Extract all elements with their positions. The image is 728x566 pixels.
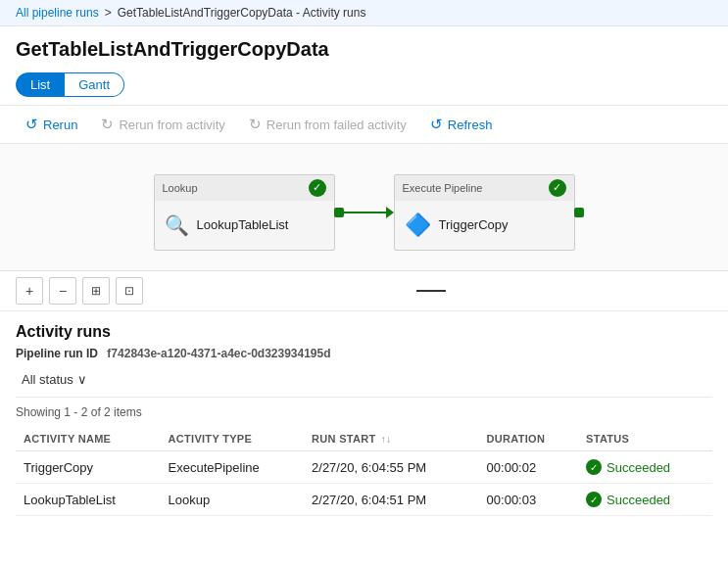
filter-label: All status: [22, 372, 73, 387]
rerun-from-activity-button[interactable]: ↻ Rerun from activity: [91, 112, 234, 137]
zoom-fit-button[interactable]: ⊞: [82, 277, 110, 305]
node-body-execute: 🔷 TriggerCopy: [395, 201, 574, 250]
node-type-lookup: Lookup: [163, 182, 198, 194]
pipeline-arrow: [335, 207, 394, 218]
zoom-out-icon: −: [59, 283, 67, 299]
status-succeeded-badge-0: ✓ Succeeded: [586, 459, 704, 475]
node-type-execute: Execute Pipeline: [403, 182, 483, 194]
rerun-icon: ↺: [25, 116, 38, 133]
filter-row: All status ∨: [16, 370, 712, 398]
check-icon-execute: ✓: [553, 181, 561, 194]
pipeline-node-execute[interactable]: Execute Pipeline ✓ 🔷 TriggerCopy: [394, 174, 575, 251]
node-body-lookup: 🔍 LookupTableList: [155, 201, 334, 250]
cell-duration-1: 00:00:03: [479, 484, 578, 516]
status-icon-0: ✓: [586, 459, 602, 475]
table-row: LookupTableList Lookup 2/27/20, 6:04:51 …: [16, 484, 712, 516]
connector-right-execute: [574, 208, 584, 217]
connector-right-lookup: [334, 208, 344, 217]
check-icon-lookup: ✓: [313, 181, 321, 194]
fit-screen-button[interactable]: ⊡: [116, 277, 143, 305]
fit-screen-icon: ⊡: [124, 284, 134, 298]
canvas-nodes: Lookup ✓ 🔍 LookupTableList Execute Pipel…: [20, 164, 708, 260]
refresh-button[interactable]: ↺ Refresh: [420, 112, 503, 137]
divider-line: [416, 290, 446, 292]
zoom-fit-icon: ⊞: [91, 284, 101, 298]
canvas-divider: [149, 290, 712, 292]
pipeline-run-id-value: f742843e-a120-4371-a4ec-0d323934195d: [107, 347, 330, 360]
cell-activity-type-0: ExecutePipeline: [161, 451, 305, 484]
table-header-row: ACTIVITY NAME ACTIVITY TYPE RUN START ↑↓…: [16, 427, 712, 451]
status-icon-1: ✓: [586, 492, 602, 507]
tab-list[interactable]: List: [16, 72, 65, 97]
rerun-from-activity-icon: ↻: [101, 116, 114, 133]
tab-gantt[interactable]: Gantt: [65, 72, 124, 97]
cell-activity-name-1: LookupTableList: [16, 484, 161, 516]
breadcrumb: All pipeline runs > GetTableListAndTrigg…: [0, 0, 728, 26]
arrow-head: [386, 207, 394, 218]
rerun-from-failed-label: Rerun from failed activity: [267, 118, 407, 132]
tab-group: List Gantt: [0, 69, 728, 105]
activity-runs-section: Activity runs Pipeline run ID f742843e-a…: [0, 311, 728, 516]
rerun-button[interactable]: ↺ Rerun: [16, 112, 87, 137]
rerun-label: Rerun: [43, 118, 77, 132]
status-succeeded-badge-1: ✓ Succeeded: [586, 492, 704, 507]
table-body: TriggerCopy ExecutePipeline 2/27/20, 6:0…: [16, 451, 712, 516]
refresh-icon: ↺: [430, 116, 443, 133]
breadcrumb-separator: >: [105, 6, 112, 20]
execute-activity-icon: 🔷: [405, 212, 431, 238]
breadcrumb-link[interactable]: All pipeline runs: [16, 6, 99, 20]
rerun-from-failed-button[interactable]: ↻ Rerun from failed activity: [239, 112, 416, 137]
rerun-from-activity-label: Rerun from activity: [119, 118, 224, 132]
cell-duration-0: 00:00:02: [479, 451, 578, 484]
node-header-lookup: Lookup ✓: [155, 175, 334, 201]
cell-status-1: ✓ Succeeded: [578, 484, 712, 516]
activity-runs-title: Activity runs: [16, 323, 712, 341]
canvas-controls: + − ⊞ ⊡: [0, 271, 728, 311]
node-success-execute: ✓: [549, 179, 566, 197]
pipeline-node-lookup[interactable]: Lookup ✓ 🔍 LookupTableList: [154, 174, 335, 251]
cell-run-start-1: 2/27/20, 6:04:51 PM: [304, 484, 479, 516]
refresh-label: Refresh: [448, 118, 493, 132]
node-success-lookup: ✓: [309, 179, 326, 197]
cell-status-0: ✓ Succeeded: [578, 451, 712, 484]
pipeline-run-id-row: Pipeline run ID f742843e-a120-4371-a4ec-…: [16, 347, 712, 360]
cell-activity-name-0: TriggerCopy: [16, 451, 161, 484]
cell-run-start-0: 2/27/20, 6:04:55 PM: [304, 451, 479, 484]
node-header-execute: Execute Pipeline ✓: [395, 175, 574, 201]
breadcrumb-current: GetTableListAndTriggerCopyData - Activit…: [118, 6, 366, 20]
col-header-status: STATUS: [578, 427, 712, 451]
zoom-in-button[interactable]: +: [16, 277, 43, 305]
status-text-0: Succeeded: [607, 460, 670, 475]
node-name-execute: TriggerCopy: [439, 217, 509, 232]
activity-runs-table: ACTIVITY NAME ACTIVITY TYPE RUN START ↑↓…: [16, 427, 712, 516]
pipeline-canvas: Lookup ✓ 🔍 LookupTableList Execute Pipel…: [0, 144, 728, 271]
col-header-activity-name: ACTIVITY NAME: [16, 427, 161, 451]
zoom-in-icon: +: [25, 283, 33, 299]
toolbar: ↺ Rerun ↻ Rerun from activity ↻ Rerun fr…: [0, 105, 728, 144]
col-header-run-start: RUN START ↑↓: [304, 427, 479, 451]
chevron-down-icon: ∨: [77, 372, 87, 387]
status-text-1: Succeeded: [607, 493, 670, 507]
rerun-from-failed-icon: ↻: [249, 116, 262, 133]
col-header-activity-type: ACTIVITY TYPE: [161, 427, 305, 451]
showing-text: Showing 1 - 2 of 2 items: [16, 401, 712, 427]
sort-icon-run-start[interactable]: ↑↓: [381, 434, 392, 445]
cell-activity-type-1: Lookup: [161, 484, 305, 516]
table-row: TriggerCopy ExecutePipeline 2/27/20, 6:0…: [16, 451, 712, 484]
page-title: GetTableListAndTriggerCopyData: [0, 26, 728, 69]
lookup-activity-icon: 🔍: [165, 213, 189, 237]
pipeline-run-id-label: Pipeline run ID: [16, 347, 98, 360]
node-name-lookup: LookupTableList: [197, 217, 289, 232]
zoom-out-button[interactable]: −: [49, 277, 76, 305]
all-status-dropdown[interactable]: All status ∨: [16, 370, 93, 389]
col-header-duration: DURATION: [479, 427, 578, 451]
